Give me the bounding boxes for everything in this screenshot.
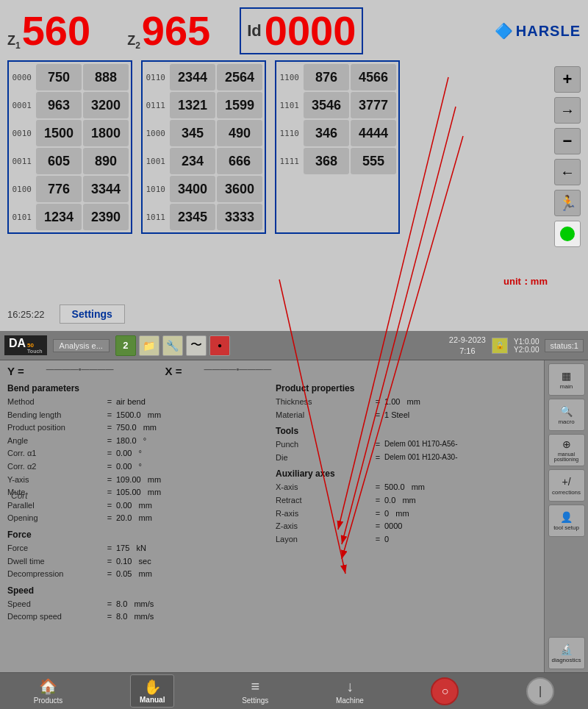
- machine-nav-btn[interactable]: ↓ Machine: [336, 678, 364, 705]
- red-circle-button[interactable]: ○: [431, 677, 459, 705]
- table-row[interactable]: 1101 3546 3777: [279, 92, 396, 118]
- main-label: main: [560, 383, 573, 390]
- products-icon: 🏠: [39, 677, 57, 695]
- param-row: Layon=0: [276, 533, 537, 546]
- table-row[interactable]: 1010 3400 3600: [145, 176, 262, 202]
- z2-value: 965: [142, 10, 210, 51]
- table-row[interactable]: 0001 963 3200: [11, 92, 129, 118]
- figure-icon: 🏃: [554, 190, 581, 216]
- main-sidebar-btn[interactable]: ▦ main: [548, 363, 585, 396]
- axes-row: Y = ————•———— X = ————•————: [7, 365, 537, 377]
- manual-positioning-btn[interactable]: ⊕ manualpositioning: [548, 434, 585, 466]
- right-column: Product properties Thickness=1.00 mm Mat…: [276, 380, 537, 624]
- param-row: Parallel=0.00 mm: [7, 499, 268, 513]
- machine-icon: ↓: [346, 678, 354, 695]
- folder-icon[interactable]: 📁: [139, 335, 159, 356]
- green-indicator[interactable]: [554, 221, 581, 247]
- da-logo-sup: 50: [27, 343, 34, 349]
- param-row: Mute=105.00 mm: [7, 486, 268, 499]
- da-logo-sub: Touch: [27, 349, 42, 354]
- table-row[interactable]: 0110 2344 2564: [145, 64, 262, 90]
- manual-pos-label: manualpositioning: [554, 452, 578, 462]
- left-column: Bend parameters Method=air bend Bending …: [7, 380, 268, 624]
- id-box: Id 0000: [240, 7, 363, 54]
- macro-sidebar-btn[interactable]: 🔍 macro: [548, 399, 585, 431]
- table-row[interactable]: 1110 346 4444: [279, 120, 396, 146]
- bend-params-title: Bend parameters: [7, 383, 268, 393]
- da-header: DA 50 Touch Analysis e... 2 📁 🔧 〜 ● 22-9…: [0, 331, 588, 360]
- arrow-left-button[interactable]: ←: [554, 159, 581, 185]
- param-row: Decompression=0.05 mm: [7, 568, 268, 581]
- param-row: Opening=20.0 mm: [7, 512, 268, 525]
- manual-nav-btn[interactable]: ✋ Manual: [130, 674, 174, 708]
- z2-label: Z2: [127, 33, 140, 51]
- tool-setup-btn[interactable]: 👤 tool setup: [548, 505, 585, 537]
- unit-text: unit：mm: [503, 275, 548, 288]
- settings-button[interactable]: Settings: [60, 304, 125, 324]
- param-row: Bending length=1500.0 mm: [7, 409, 268, 422]
- status-text: status:1: [550, 341, 578, 350]
- y-separator: ————•————: [46, 365, 114, 377]
- tool-setup-label: tool setup: [553, 524, 579, 531]
- top-panel: Z1 560 Z2 965 Id 0000 🔷 HARSLE 0000 750 …: [0, 0, 588, 331]
- da-content: Y = ————•———— X = ————•———— Bend paramet…: [0, 360, 544, 672]
- logo-text: HARSLE: [516, 23, 581, 40]
- bottom-info: 16:25:22 Settings: [7, 304, 125, 324]
- top-header: Z1 560 Z2 965 Id 0000 🔷 HARSLE: [7, 7, 581, 54]
- table-row[interactable]: 0010 1500 1800: [11, 120, 129, 146]
- gray-circle-button[interactable]: |: [526, 677, 554, 705]
- tables-container: 0000 750 888 0001 963 3200 0010 1500 180…: [7, 60, 581, 234]
- id-label: Id: [247, 21, 262, 40]
- param-row: Material=1 Steel: [276, 409, 537, 422]
- param-row: Force=175 kN: [7, 542, 268, 555]
- settings-nav-label: Settings: [242, 696, 268, 705]
- param-row: Product position=750.0 mm: [7, 421, 268, 435]
- diagnostics-btn[interactable]: 🔬 diagnostics: [548, 637, 585, 669]
- green-dot: [560, 227, 575, 241]
- table-row[interactable]: 1000 345 490: [145, 120, 262, 146]
- red-btn-icon: ○: [442, 685, 449, 698]
- two-column-layout: Bend parameters Method=air bend Bending …: [7, 380, 537, 624]
- table-row[interactable]: 1111 368 555: [279, 148, 396, 174]
- plus-button[interactable]: +: [554, 66, 581, 93]
- param-row: R-axis=0 mm: [276, 507, 537, 521]
- datetime-area: 22-9-2023 7:16: [449, 335, 486, 356]
- manual-btn-box[interactable]: ✋ Manual: [130, 674, 174, 708]
- products-nav-btn[interactable]: 🏠 Products: [34, 677, 62, 705]
- da-logo-text: DA: [9, 337, 26, 350]
- id-value: 0000: [265, 10, 356, 51]
- table-row[interactable]: 1011 2345 3333: [145, 204, 262, 230]
- z1-label: Z1: [7, 33, 21, 51]
- right-buttons: + → − ← 🏃: [554, 66, 581, 247]
- speed-title: Speed: [7, 585, 268, 596]
- wave-icon[interactable]: 〜: [186, 335, 207, 356]
- time-display-da: 7:16: [449, 346, 486, 356]
- gray-btn-icon: |: [539, 685, 542, 698]
- table-row[interactable]: 0000 750 888: [11, 64, 129, 90]
- da-sidebar: ▦ main 🔍 macro ⊕ manualpositioning +/ co…: [544, 360, 588, 672]
- product-props-title: Product properties: [276, 383, 537, 393]
- wrench-icon[interactable]: 🔧: [162, 335, 183, 356]
- param-row: Method=air bend: [7, 396, 268, 409]
- table-row[interactable]: 1001 234 666: [145, 148, 262, 174]
- corrections-btn[interactable]: +/ corrections: [548, 469, 585, 502]
- y1-coord: Y1:0.00: [514, 338, 539, 346]
- settings-nav-btn[interactable]: ≡ Settings: [242, 678, 268, 705]
- arrow-right-button[interactable]: →: [554, 97, 581, 124]
- da-logo: DA 50 Touch: [4, 335, 47, 355]
- record-icon[interactable]: ●: [209, 335, 230, 356]
- analysis-tab[interactable]: Analysis e...: [53, 339, 110, 352]
- num-button[interactable]: 2: [115, 335, 136, 356]
- minus-button[interactable]: −: [554, 128, 581, 154]
- table-row[interactable]: 0100 776 3344: [11, 176, 129, 202]
- table-row[interactable]: 1100 876 4566: [279, 64, 396, 90]
- table3: 1100 876 4566 1101 3546 3777 1110 346 44…: [275, 60, 400, 234]
- y-equals: Y =: [7, 365, 24, 377]
- grid-icon: ▦: [562, 370, 571, 382]
- z1-value: 560: [22, 10, 90, 51]
- force-title: Force: [7, 530, 268, 540]
- table-row[interactable]: 0101 1234 2390: [11, 204, 129, 230]
- date-display: 22-9-2023: [449, 335, 486, 345]
- table-row[interactable]: 0111 1321 1599: [145, 92, 262, 118]
- table-row[interactable]: 0011 605 890: [11, 148, 129, 174]
